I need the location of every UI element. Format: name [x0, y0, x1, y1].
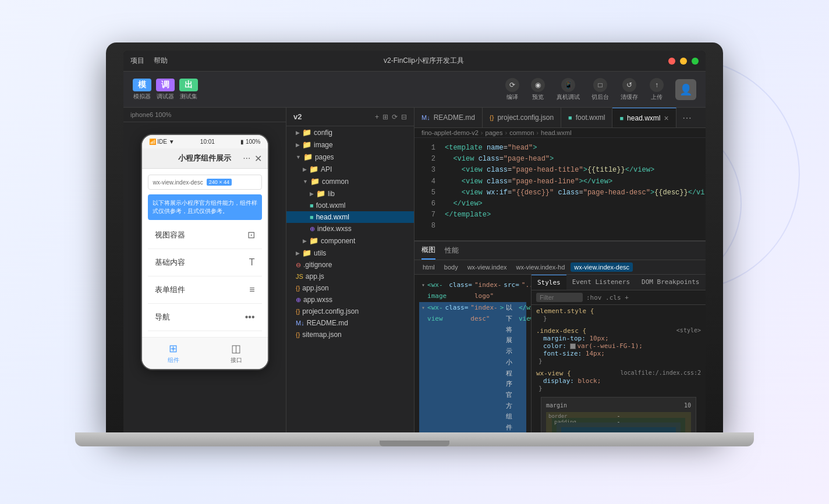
maximize-button[interactable]: [692, 58, 699, 65]
nav-item-component[interactable]: ⊞ 组件: [168, 342, 179, 364]
list-item-form[interactable]: 表单组件 ≡: [148, 276, 262, 304]
js-file-icon: JS: [296, 273, 303, 280]
dom-line-image[interactable]: ▾ <wx-image class="index-logo" src="../r…: [419, 279, 526, 302]
event-listeners-tab[interactable]: Event Listeners: [566, 275, 636, 290]
file-name: index.wxss: [317, 225, 352, 233]
file-collapse-icon[interactable]: ⊟: [401, 113, 407, 121]
file-refresh-icon[interactable]: ⟳: [392, 113, 398, 121]
tooltip-box: wx-view.index-desc 240 × 44: [148, 175, 262, 190]
tab-project-config[interactable]: {} project.config.json: [483, 108, 561, 128]
file-item-image[interactable]: ▶ 📁 image: [286, 139, 414, 151]
action-real-device[interactable]: 📱 真机调试: [557, 78, 580, 101]
action-background[interactable]: □ 切后台: [591, 78, 609, 101]
tooltip-title: wx-view.index-desc 240 × 44: [153, 179, 257, 186]
filter-pseudo: :hov .cls +: [586, 294, 629, 301]
nav-item-api[interactable]: ◫ 接口: [231, 342, 242, 364]
list-item-view-container[interactable]: 视图容器 ⊡: [148, 221, 262, 249]
css-selector-index-desc: .index-desc {: [536, 327, 586, 335]
bc-tab-body[interactable]: body: [441, 262, 462, 272]
tab-close-icon[interactable]: ×: [664, 114, 668, 122]
file-item-project-config[interactable]: {} project.config.json: [286, 306, 414, 317]
test-icon: 出: [179, 79, 198, 91]
code-line-8: 8: [414, 221, 706, 232]
compile-label: 编译: [506, 93, 518, 101]
background-label: 切后台: [591, 93, 609, 101]
dom-breakpoints-tab[interactable]: DOM Breakpoints: [636, 275, 705, 290]
tabs-more-icon[interactable]: ⋯: [676, 112, 697, 123]
file-name: pages: [315, 153, 334, 161]
code-editor[interactable]: 1 <template name="head"> 2 <view class="…: [414, 138, 706, 240]
json-tab-icon: {}: [490, 114, 494, 121]
more-icon[interactable]: ···: [243, 153, 250, 164]
css-source-local: localfile:/.index.css:2: [621, 370, 701, 376]
file-item-config[interactable]: ▶ 📁 config: [286, 126, 414, 139]
bc-tab-html[interactable]: html: [419, 262, 438, 272]
mode-buttons: 模 模拟器 调 调试器 出 测试集: [133, 79, 198, 101]
chevron-right-icon: ▶: [303, 238, 307, 244]
file-item-utils[interactable]: ▶ 📁 utils: [286, 247, 414, 259]
bc-tab-wx-view-index[interactable]: wx-view.index: [464, 262, 511, 272]
screen-inner: 项目 帮助 v2-FinClip小程序开发工具 模: [123, 51, 706, 432]
app-window: 项目 帮助 v2-FinClip小程序开发工具 模: [123, 51, 706, 432]
list-item-basic-content[interactable]: 基础内容 T: [148, 249, 262, 276]
devtools-tab-element[interactable]: 概图: [421, 242, 435, 260]
breadcrumb-root: fino-applet-demo-v2: [421, 129, 479, 136]
tab-head-wxml[interactable]: ■ head.wxml ×: [612, 108, 676, 128]
mode-simulator[interactable]: 模 模拟器: [133, 79, 151, 101]
highlight-text: 以下将展示小程序官方组件能力，组件样式仅供参考，且式仅供参考。: [153, 199, 257, 215]
folder-icon: 📁: [302, 249, 311, 257]
code-panel: M↓ README.md {} project.config.json ■ fo…: [414, 108, 706, 432]
dom-line-view-desc[interactable]: ▾ <wx-view class="index-desc" > 以下将展示小程序…: [419, 302, 526, 432]
filter-input[interactable]: [536, 293, 583, 302]
css-close-brace: }: [536, 315, 701, 322]
file-tree-header: v2 + ⊞ ⟳ ⊟: [286, 108, 414, 126]
file-item-api[interactable]: ▶ 📁 API: [286, 163, 414, 175]
file-name: sitemap.json: [302, 331, 341, 339]
user-avatar[interactable]: 👤: [675, 79, 696, 100]
close-icon[interactable]: ✕: [254, 153, 262, 164]
menu-help[interactable]: 帮助: [154, 56, 168, 66]
dom-tag-close: >: [500, 303, 504, 432]
dom-attr-class: class=: [449, 280, 472, 301]
file-item-common[interactable]: ▼ 📁 common: [286, 175, 414, 187]
css-prop-display: display: block;: [536, 377, 701, 385]
action-preview[interactable]: ◉ 预览: [531, 78, 545, 101]
file-item-app-js[interactable]: JS app.js: [286, 271, 414, 282]
laptop: 项目 帮助 v2-FinClip小程序开发工具 模: [106, 42, 723, 462]
file-item-head-wxml[interactable]: ■ head.wxml: [286, 211, 414, 223]
file-item-gitignore[interactable]: ⊖ .gitignore: [286, 259, 414, 271]
file-name: utils: [314, 249, 326, 257]
minimize-button[interactable]: [680, 58, 687, 65]
close-button[interactable]: [668, 58, 675, 65]
action-upload[interactable]: ↑ 上传: [650, 78, 664, 101]
dom-tag-end: </wx-view>: [519, 303, 531, 432]
bc-tab-wx-view-index-hd[interactable]: wx-view.index-hd: [513, 262, 569, 272]
file-item-foot-wxml[interactable]: ■ foot.wxml: [286, 200, 414, 211]
action-clear-cache[interactable]: ↺ 清缓存: [621, 78, 638, 101]
bc-tab-wx-view-index-desc[interactable]: wx-view.index-desc: [571, 262, 633, 272]
dom-tree-panel[interactable]: ▾ <wx-image class="index-logo" src="../r…: [414, 275, 531, 432]
properties-tab[interactable]: Properties: [705, 275, 706, 290]
menu-project[interactable]: 项目: [130, 56, 144, 66]
real-device-label: 真机调试: [557, 93, 580, 101]
devtools-tab-console[interactable]: 性能: [445, 242, 459, 259]
file-item-sitemap[interactable]: {} sitemap.json: [286, 329, 414, 340]
file-item-pages[interactable]: ▼ 📁 pages: [286, 151, 414, 163]
action-compile[interactable]: ⟳ 编译: [505, 78, 519, 101]
chevron-right-icon: ▶: [296, 142, 300, 148]
mode-debugger[interactable]: 调 调试器: [156, 79, 175, 101]
file-item-app-wxss[interactable]: ⊕ app.wxss: [286, 294, 414, 306]
file-add-icon[interactable]: +: [375, 113, 379, 121]
file-item-lib[interactable]: ▶ 📁 lib: [286, 187, 414, 200]
file-item-app-json[interactable]: {} app.json: [286, 282, 414, 294]
tab-foot-wxml[interactable]: ■ foot.wxml: [561, 108, 612, 128]
file-item-index-wxss[interactable]: ⊕ index.wxss: [286, 223, 414, 235]
mode-test[interactable]: 出 测试集: [179, 79, 198, 101]
tab-readme[interactable]: M↓ README.md: [414, 108, 483, 128]
file-folder-icon[interactable]: ⊞: [382, 113, 388, 121]
file-item-component[interactable]: ▶ 📁 component: [286, 235, 414, 247]
styles-tab[interactable]: Styles: [532, 275, 566, 290]
list-item-nav[interactable]: 导航 •••: [148, 304, 262, 331]
file-item-readme[interactable]: M↓ README.md: [286, 317, 414, 329]
styles-tabs-bar: Styles Event Listeners DOM Breakpoints P…: [532, 275, 706, 290]
